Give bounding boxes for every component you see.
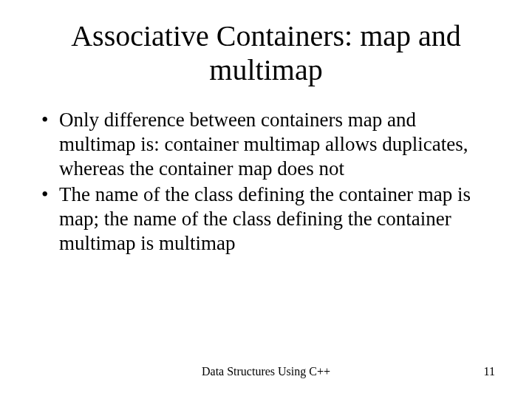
list-item: Only difference between containers map a… (37, 108, 495, 181)
slide: Associative Containers: map and multimap… (0, 0, 532, 399)
list-item: The name of the class defining the conta… (37, 183, 495, 256)
slide-content: Only difference between containers map a… (37, 108, 495, 399)
slide-footer: Data Structures Using C++ 11 (0, 365, 532, 378)
slide-title: Associative Containers: map and multimap (37, 19, 495, 87)
bullet-list: Only difference between containers map a… (37, 108, 495, 256)
footer-text: Data Structures Using C++ (202, 365, 330, 378)
page-number: 11 (484, 365, 495, 378)
